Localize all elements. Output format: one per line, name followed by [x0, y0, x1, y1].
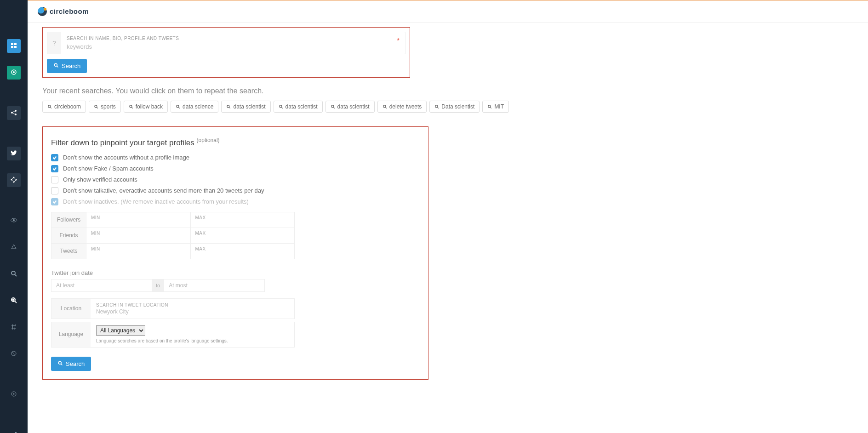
location-row: Location SEARCH IN TWEET LOCATION	[51, 298, 295, 319]
svg-line-53	[385, 107, 387, 108]
search-label: SEARCH IN NAME, BIO, PROFILE AND TWEETS	[67, 36, 400, 41]
range-min-cell[interactable]: MIN	[86, 212, 190, 228]
filter-optional: (optional)	[197, 137, 220, 143]
checkbox[interactable]	[51, 165, 58, 172]
sidebar-hash[interactable]	[7, 320, 21, 334]
sidebar-search-target[interactable]	[7, 294, 21, 308]
recent-search-chip[interactable]: Data scientist	[429, 101, 480, 113]
search-target-icon	[10, 296, 17, 305]
svg-line-43	[131, 107, 133, 108]
join-date-sep: to	[152, 279, 164, 292]
svg-point-19	[13, 219, 15, 221]
svg-line-24	[15, 301, 17, 303]
location-input[interactable]	[96, 308, 289, 315]
filter-checkbox-row: Don't show talkative, overactive account…	[51, 187, 420, 194]
svg-line-37	[57, 66, 58, 68]
sidebar-pointer[interactable]	[7, 387, 21, 401]
sidebar-triangle[interactable]	[7, 240, 21, 254]
range-min-cell[interactable]: MIN	[86, 244, 190, 259]
recent-search-chip-label: MIT	[494, 103, 504, 110]
svg-rect-1	[14, 43, 17, 45]
svg-rect-0	[11, 43, 13, 45]
checkbox-label: Only show verified accounts	[63, 176, 137, 183]
svg-point-42	[130, 105, 132, 108]
search-button-label: Search	[62, 63, 80, 69]
recent-search-chip[interactable]: data scientist	[221, 101, 270, 113]
sidebar-eye[interactable]	[7, 214, 21, 228]
svg-line-47	[229, 107, 231, 108]
sidebar-share[interactable]	[7, 106, 21, 120]
sidebar-search[interactable]	[7, 267, 21, 281]
checkbox[interactable]	[51, 176, 58, 183]
pointer-icon	[10, 390, 17, 399]
sidebar-dashboard[interactable]	[7, 39, 21, 53]
filter-title: Filter down to pinpoint your target prof…	[51, 137, 420, 148]
required-indicator: *	[397, 37, 400, 44]
range-row: FollowersMINMAX	[51, 212, 294, 228]
recent-search-chip[interactable]: delete tweets	[377, 101, 427, 113]
recent-search-chip-label: data science	[183, 103, 213, 110]
sidebar	[0, 0, 28, 433]
filter-search-button[interactable]: Search	[51, 357, 91, 371]
sidebar-twitter[interactable]	[7, 147, 21, 160]
recent-search-chip[interactable]: sports	[89, 101, 121, 113]
search-help[interactable]: ?	[47, 32, 61, 54]
svg-line-9	[13, 111, 15, 112]
recent-search-chip[interactable]: follow back	[124, 101, 168, 113]
svg-point-8	[15, 114, 17, 115]
svg-line-39	[50, 107, 51, 108]
svg-point-5	[13, 71, 15, 73]
share-icon	[10, 109, 17, 118]
range-row: TweetsMINMAX	[51, 244, 294, 259]
sidebar-chart[interactable]	[7, 428, 21, 433]
join-date-from[interactable]	[51, 279, 152, 292]
header: circleboom	[28, 0, 868, 23]
checkbox[interactable]	[51, 154, 58, 161]
recent-search-chip[interactable]: data scientist	[274, 101, 323, 113]
svg-point-46	[227, 105, 229, 108]
svg-line-15	[11, 177, 14, 180]
recent-search-chip-label: data scientist	[337, 103, 370, 110]
svg-rect-3	[14, 46, 17, 48]
svg-line-28	[15, 324, 15, 330]
sidebar-target[interactable]	[7, 66, 21, 80]
recent-search-chip[interactable]: data science	[171, 101, 218, 113]
recent-search-chip[interactable]: MIT	[482, 101, 509, 113]
recent-search-chip-label: data scientist	[233, 103, 265, 110]
svg-line-57	[491, 107, 492, 108]
svg-point-48	[279, 105, 281, 108]
sidebar-network[interactable]	[7, 173, 21, 187]
search-row: ? SEARCH IN NAME, BIO, PROFILE AND TWEET…	[47, 32, 405, 54]
svg-point-36	[54, 63, 57, 66]
triangle-icon	[10, 243, 17, 252]
range-max-cell[interactable]: MAX	[190, 244, 295, 259]
range-max-cell[interactable]: MAX	[190, 228, 295, 243]
target-icon	[10, 68, 17, 77]
sidebar-block[interactable]	[7, 347, 21, 361]
recent-searches-title: Your recent searches. You would click on…	[42, 87, 853, 95]
eye-icon	[10, 216, 17, 225]
svg-point-38	[48, 105, 51, 108]
search-button[interactable]: Search	[47, 59, 87, 73]
logo[interactable]: circleboom	[38, 7, 89, 16]
recent-search-chip[interactable]: circleboom	[42, 101, 86, 113]
filter-search-button-label: Search	[66, 360, 85, 367]
search-input[interactable]	[67, 43, 400, 50]
join-date-row: to	[51, 279, 420, 292]
svg-line-30	[12, 352, 16, 355]
recent-search-chip-label: data scientist	[286, 103, 318, 110]
join-date-to[interactable]	[164, 279, 265, 292]
svg-point-23	[13, 299, 14, 300]
range-min-cell[interactable]: MIN	[86, 228, 190, 243]
svg-line-45	[178, 107, 180, 108]
checkbox[interactable]	[51, 187, 58, 194]
svg-line-51	[333, 107, 335, 108]
language-select[interactable]: All Languages	[96, 325, 145, 336]
svg-point-52	[383, 105, 386, 108]
checkbox-label: Don't show the accounts without a profil…	[63, 154, 189, 161]
language-note: Language searches are based on the profi…	[96, 338, 289, 343]
block-icon	[10, 350, 17, 359]
recent-search-chip[interactable]: data scientist	[326, 101, 375, 113]
svg-line-49	[281, 107, 283, 108]
range-max-cell[interactable]: MAX	[190, 212, 295, 228]
